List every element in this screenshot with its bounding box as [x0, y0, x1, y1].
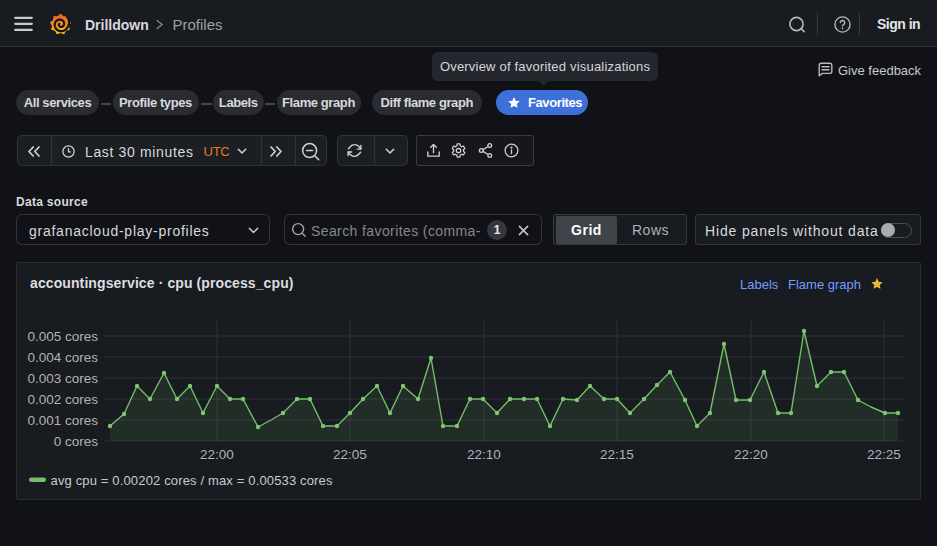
svg-text:0.004 cores: 0.004 cores: [27, 350, 98, 365]
svg-text:22:20: 22:20: [734, 447, 768, 462]
svg-text:0.003 cores: 0.003 cores: [27, 371, 98, 386]
svg-text:22:25: 22:25: [867, 447, 901, 462]
svg-text:0 cores: 0 cores: [54, 434, 99, 449]
svg-text:0.001 cores: 0.001 cores: [27, 413, 98, 428]
svg-text:0.002 cores: 0.002 cores: [27, 392, 98, 407]
svg-text:22:15: 22:15: [600, 447, 634, 462]
svg-text:avg cpu = 0.00202 cores / max: avg cpu = 0.00202 cores / max = 0.00533 …: [51, 473, 333, 488]
svg-text:22:10: 22:10: [467, 447, 501, 462]
svg-text:0.005 cores: 0.005 cores: [27, 329, 98, 344]
svg-text:22:00: 22:00: [200, 447, 234, 462]
svg-text:22:05: 22:05: [333, 447, 367, 462]
